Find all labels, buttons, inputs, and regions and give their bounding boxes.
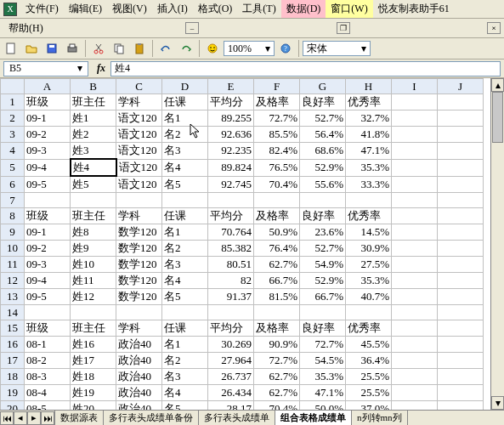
cell[interactable]: 姓12 — [71, 289, 116, 305]
column-header[interactable]: H — [346, 79, 392, 94]
row-header[interactable]: 2 — [1, 110, 25, 127]
cell[interactable]: 数学120 — [116, 257, 162, 273]
cell[interactable] — [392, 353, 438, 369]
cell[interactable] — [438, 143, 484, 160]
cut-icon[interactable] — [89, 39, 108, 58]
menu-edit[interactable]: 编辑(E) — [64, 0, 107, 18]
cell[interactable]: 优秀率 — [346, 320, 392, 337]
cell[interactable]: 72.7% — [254, 110, 300, 127]
cell[interactable] — [392, 337, 438, 353]
cell[interactable]: 45.5% — [346, 337, 392, 353]
cell[interactable]: 数学120 — [116, 241, 162, 257]
cell[interactable] — [71, 193, 116, 208]
cell[interactable]: 81.5% — [254, 289, 300, 305]
cell[interactable]: 班级 — [25, 208, 71, 224]
minimize-button[interactable]: – — [185, 22, 199, 34]
row-header[interactable]: 9 — [1, 224, 25, 241]
column-header[interactable]: G — [300, 79, 346, 94]
cell[interactable]: 班主任 — [71, 208, 116, 224]
row-header[interactable]: 5 — [1, 159, 25, 176]
sheet-tab[interactable]: 组合表格成绩单 — [275, 411, 352, 426]
cell[interactable] — [25, 305, 71, 320]
row-header[interactable]: 1 — [1, 94, 25, 110]
cell[interactable]: 姓2 — [71, 127, 116, 143]
cell[interactable] — [438, 385, 484, 401]
cell[interactable]: 27.964 — [208, 353, 254, 369]
vertical-scrollbar[interactable]: ▴ ▾ — [490, 78, 504, 410]
cell[interactable]: 班级 — [25, 94, 71, 110]
cell[interactable] — [438, 159, 484, 176]
cell[interactable]: 及格率 — [254, 94, 300, 110]
cell[interactable]: 姓11 — [71, 273, 116, 289]
cell[interactable]: 32.7% — [346, 110, 392, 127]
cell[interactable] — [392, 305, 438, 320]
cell[interactable]: 学科 — [116, 320, 162, 337]
row-header[interactable]: 16 — [1, 337, 25, 353]
cell[interactable]: 92.636 — [208, 127, 254, 143]
cell[interactable]: 66.7% — [300, 289, 346, 305]
cell[interactable]: 名3 — [162, 369, 208, 385]
cell[interactable]: 52.7% — [300, 241, 346, 257]
formula-input[interactable]: 姓4 — [110, 61, 501, 76]
sheet-tab[interactable]: 数据源表 — [54, 411, 104, 426]
cell[interactable]: 班级 — [25, 320, 71, 337]
cell[interactable]: 54.5% — [300, 353, 346, 369]
cell[interactable] — [208, 193, 254, 208]
cell[interactable] — [438, 193, 484, 208]
smiley-icon[interactable] — [203, 39, 222, 58]
cell[interactable] — [208, 305, 254, 320]
cell[interactable]: 62.7% — [254, 257, 300, 273]
column-header[interactable]: D — [162, 79, 208, 94]
cell[interactable]: 班主任 — [71, 94, 116, 110]
cell[interactable]: 14.5% — [346, 224, 392, 241]
fx-icon[interactable]: fx — [97, 62, 105, 75]
menu-file[interactable]: 文件(F) — [20, 0, 64, 18]
cell[interactable]: 名2 — [162, 127, 208, 143]
cell[interactable] — [300, 193, 346, 208]
menu-insert[interactable]: 插入(I) — [152, 0, 193, 18]
row-header[interactable]: 13 — [1, 289, 25, 305]
cell[interactable]: 名2 — [162, 241, 208, 257]
cell[interactable] — [392, 127, 438, 143]
sheet-tab[interactable]: 多行表头成绩单备份 — [103, 411, 199, 426]
row-header[interactable]: 11 — [1, 257, 25, 273]
cell[interactable]: 政治40 — [116, 369, 162, 385]
cell[interactable] — [392, 94, 438, 110]
cell[interactable]: 70.4% — [254, 176, 300, 193]
cell[interactable]: 名4 — [162, 385, 208, 401]
cell[interactable] — [300, 305, 346, 320]
cell[interactable]: 23.6% — [300, 224, 346, 241]
cell[interactable]: 85.382 — [208, 241, 254, 257]
cell[interactable]: 35.3% — [346, 159, 392, 176]
worksheet-grid[interactable]: ABCDEFGHIJ1班级班主任学科任课平均分及格率良好率优秀率209-1姓1语… — [0, 78, 504, 414]
cell[interactable]: 33.3% — [346, 176, 392, 193]
cell[interactable]: 82.4% — [254, 143, 300, 160]
cell[interactable]: 名5 — [162, 289, 208, 305]
cell[interactable] — [438, 320, 484, 337]
cell[interactable]: 08-1 — [25, 337, 71, 353]
cell[interactable]: 及格率 — [254, 320, 300, 337]
row-header[interactable]: 18 — [1, 369, 25, 385]
close-button[interactable]: × — [487, 22, 501, 34]
cell[interactable]: 任课 — [162, 320, 208, 337]
cell[interactable]: 25.5% — [346, 369, 392, 385]
name-box[interactable]: B5▾ — [3, 61, 88, 76]
row-header[interactable]: 3 — [1, 127, 25, 143]
cell[interactable]: 47.1% — [346, 143, 392, 160]
cell[interactable]: 良好率 — [300, 208, 346, 224]
cell[interactable]: 25.5% — [346, 385, 392, 401]
cell[interactable]: 41.8% — [346, 127, 392, 143]
cell[interactable]: 良好率 — [300, 94, 346, 110]
cell[interactable] — [438, 241, 484, 257]
cell[interactable]: 名1 — [162, 110, 208, 127]
cell[interactable]: 姓16 — [71, 337, 116, 353]
cell[interactable]: 55.6% — [300, 176, 346, 193]
cell[interactable]: 09-3 — [25, 143, 71, 160]
cell[interactable] — [392, 273, 438, 289]
cell[interactable]: 50.9% — [254, 224, 300, 241]
cell[interactable] — [438, 208, 484, 224]
cell[interactable] — [392, 143, 438, 160]
row-header[interactable]: 10 — [1, 241, 25, 257]
sheet-tab[interactable]: n列转mn列 — [351, 411, 408, 426]
cell[interactable]: 09-5 — [25, 176, 71, 193]
